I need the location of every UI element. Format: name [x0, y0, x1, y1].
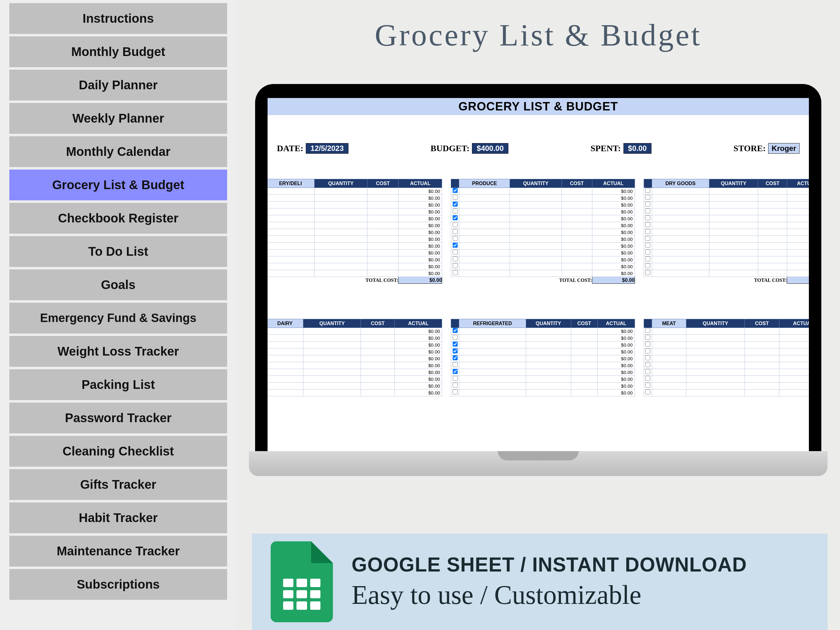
cell-quantity[interactable] — [303, 335, 361, 342]
cell-quantity[interactable] — [686, 328, 744, 335]
cell-quantity[interactable] — [686, 369, 744, 376]
cell-quantity[interactable] — [526, 383, 571, 390]
cell-cost[interactable] — [361, 328, 395, 335]
cell-quantity[interactable] — [709, 222, 758, 229]
cell-cost[interactable] — [745, 349, 779, 355]
cell-cost[interactable] — [758, 270, 787, 277]
row-checkbox[interactable] — [644, 270, 652, 277]
cell-quantity[interactable] — [526, 349, 571, 355]
cell-cost[interactable] — [745, 362, 779, 369]
cell-item[interactable] — [459, 222, 510, 229]
sidebar-item-grocery-list-budget[interactable]: Grocery List & Budget — [9, 169, 227, 201]
cell-quantity[interactable] — [709, 215, 758, 222]
cell-cost[interactable] — [758, 188, 787, 195]
cell-item[interactable] — [652, 256, 709, 263]
cell-quantity[interactable] — [314, 229, 368, 236]
cell-cost[interactable] — [758, 215, 787, 222]
cell-quantity[interactable] — [526, 335, 571, 342]
cell-quantity[interactable] — [709, 249, 758, 256]
sidebar-item-daily-planner[interactable]: Daily Planner — [9, 70, 227, 101]
cell-quantity[interactable] — [526, 342, 571, 349]
cell-item[interactable] — [268, 215, 314, 222]
cell-cost[interactable] — [571, 390, 597, 396]
row-checkbox[interactable] — [451, 270, 459, 277]
cell-cost[interactable] — [562, 236, 592, 243]
cell-cost[interactable] — [368, 236, 398, 243]
cell-cost[interactable] — [758, 208, 787, 215]
cell-quantity[interactable] — [314, 243, 368, 249]
cell-item[interactable] — [459, 328, 526, 335]
cell-item[interactable] — [268, 243, 314, 249]
cell-cost[interactable] — [758, 263, 787, 270]
cell-quantity[interactable] — [314, 195, 368, 202]
cell-cost[interactable] — [361, 376, 395, 383]
cell-quantity[interactable] — [709, 202, 758, 208]
sidebar-item-cleaning-checklist[interactable]: Cleaning Checklist — [9, 436, 227, 467]
cell-item[interactable] — [459, 188, 510, 195]
cell-quantity[interactable] — [510, 270, 562, 277]
cell-cost[interactable] — [571, 355, 597, 362]
cell-quantity[interactable] — [303, 355, 361, 362]
cell-item[interactable] — [652, 249, 709, 256]
cell-cost[interactable] — [368, 188, 398, 195]
cell-quantity[interactable] — [303, 342, 361, 349]
row-checkbox[interactable] — [451, 202, 459, 208]
cell-item[interactable] — [268, 249, 314, 256]
cell-cost[interactable] — [361, 383, 395, 390]
cell-item[interactable] — [652, 270, 709, 277]
sidebar-item-goals[interactable]: Goals — [9, 269, 227, 300]
row-checkbox[interactable] — [644, 369, 652, 376]
date-value[interactable]: 12/5/2023 — [306, 143, 349, 154]
cell-quantity[interactable] — [314, 222, 368, 229]
cell-item[interactable] — [652, 355, 686, 362]
cell-cost[interactable] — [571, 369, 597, 376]
cell-item[interactable] — [268, 390, 303, 396]
row-checkbox[interactable] — [451, 349, 459, 355]
cell-quantity[interactable] — [510, 208, 562, 215]
row-checkbox[interactable] — [644, 215, 652, 222]
cell-item[interactable] — [268, 229, 314, 236]
cell-item[interactable] — [268, 222, 314, 229]
cell-item[interactable] — [459, 202, 510, 208]
cell-cost[interactable] — [745, 335, 779, 342]
cell-quantity[interactable] — [686, 349, 744, 355]
cell-item[interactable] — [652, 376, 686, 383]
row-checkbox[interactable] — [644, 256, 652, 263]
row-checkbox[interactable] — [451, 229, 459, 236]
row-checkbox[interactable] — [644, 263, 652, 270]
cell-item[interactable] — [268, 263, 314, 270]
row-checkbox[interactable] — [644, 376, 652, 383]
cell-item[interactable] — [459, 243, 510, 249]
cell-item[interactable] — [652, 349, 686, 355]
cell-cost[interactable] — [562, 243, 592, 249]
row-checkbox[interactable] — [451, 208, 459, 215]
row-checkbox[interactable] — [644, 335, 652, 342]
cell-cost[interactable] — [745, 376, 779, 383]
cell-item[interactable] — [652, 328, 686, 335]
row-checkbox[interactable] — [451, 243, 459, 249]
cell-quantity[interactable] — [314, 249, 368, 256]
cell-quantity[interactable] — [709, 208, 758, 215]
cell-item[interactable] — [459, 355, 526, 362]
cell-item[interactable] — [459, 270, 510, 277]
cell-item[interactable] — [652, 362, 686, 369]
cell-quantity[interactable] — [686, 390, 744, 396]
cell-item[interactable] — [459, 215, 510, 222]
cell-item[interactable] — [652, 208, 709, 215]
cell-quantity[interactable] — [510, 236, 562, 243]
cell-cost[interactable] — [361, 355, 395, 362]
cell-item[interactable] — [459, 263, 510, 270]
cell-item[interactable] — [459, 236, 510, 243]
cell-quantity[interactable] — [510, 249, 562, 256]
sidebar-item-instructions[interactable]: Instructions — [9, 3, 227, 34]
cell-cost[interactable] — [368, 195, 398, 202]
row-checkbox[interactable] — [644, 383, 652, 390]
row-checkbox[interactable] — [451, 362, 459, 369]
row-checkbox[interactable] — [451, 335, 459, 342]
cell-cost[interactable] — [562, 270, 592, 277]
cell-item[interactable] — [268, 349, 303, 355]
row-checkbox[interactable] — [451, 222, 459, 229]
cell-item[interactable] — [459, 229, 510, 236]
cell-cost[interactable] — [562, 195, 592, 202]
cell-cost[interactable] — [368, 208, 398, 215]
